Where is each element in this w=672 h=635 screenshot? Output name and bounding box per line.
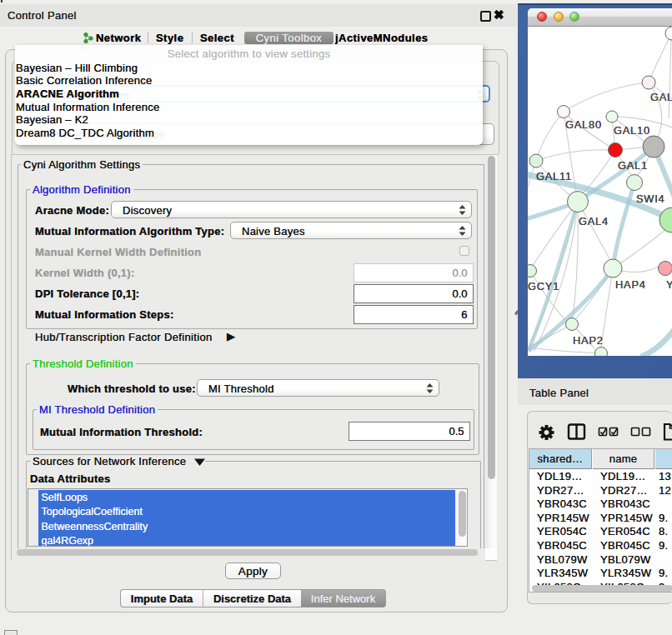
svg-text:Y: Y: [666, 278, 672, 291]
svg-text:GAL10: GAL10: [614, 124, 650, 137]
svg-text:GCY1: GCY1: [528, 280, 559, 292]
svg-text:GAL4: GAL4: [579, 215, 609, 228]
svg-text:GAL1: GAL1: [618, 159, 648, 172]
svg-text:HAP2: HAP2: [573, 334, 604, 347]
svg-text:HAP4: HAP4: [615, 278, 646, 291]
svg-text:GAL2: GAL2: [650, 91, 672, 103]
svg-text:GAL11: GAL11: [536, 170, 572, 182]
svg-text:SWI4: SWI4: [636, 192, 665, 205]
svg-text:GAL80: GAL80: [565, 118, 602, 131]
